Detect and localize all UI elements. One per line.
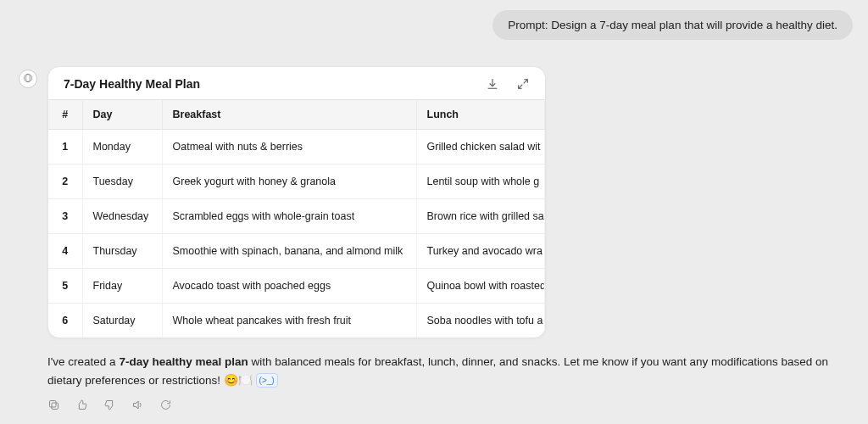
- expand-icon[interactable]: [516, 77, 530, 91]
- cell-day: Saturday: [82, 304, 162, 338]
- code-badge[interactable]: (>_): [256, 373, 278, 388]
- cell-index: 2: [48, 165, 82, 199]
- svg-point-0: [24, 74, 31, 81]
- cell-day: Thursday: [82, 234, 162, 269]
- cell-lunch: Lentil soup with whole g: [416, 165, 545, 199]
- thumbs-down-icon[interactable]: [103, 399, 116, 411]
- cell-lunch: Grilled chicken salad wit: [416, 130, 545, 165]
- cell-lunch: Brown rice with grilled sa: [416, 199, 545, 234]
- user-prompt-text: Prompt: Design a 7-day meal plan that wi…: [508, 19, 837, 31]
- table-row: 1 Monday Oatmeal with nuts & berries Gri…: [48, 130, 545, 165]
- cell-breakfast: Whole wheat pancakes with fresh fruit: [162, 304, 416, 338]
- card-actions: [486, 77, 530, 91]
- cell-index: 3: [48, 199, 82, 234]
- assistant-avatar: [19, 70, 37, 88]
- cell-breakfast: Avocado toast with poached eggs: [162, 269, 416, 304]
- copy-icon[interactable]: [47, 399, 60, 411]
- cell-day: Tuesday: [82, 165, 162, 199]
- cell-lunch: Soba noodles with tofu a: [416, 304, 545, 338]
- card-header: 7-Day Healthy Meal Plan: [48, 67, 545, 99]
- cell-index: 4: [48, 234, 82, 269]
- cell-day: Friday: [82, 269, 162, 304]
- svg-rect-2: [50, 400, 57, 407]
- cell-day: Wednesday: [82, 199, 162, 234]
- meal-plan-table: # Day Breakfast Lunch 1 Monday Oatmeal w…: [48, 99, 545, 338]
- download-icon[interactable]: [486, 77, 499, 91]
- reply-bold: 7-day healthy meal plan: [119, 355, 248, 368]
- cell-breakfast: Greek yogurt with honey & granola: [162, 165, 416, 199]
- assistant-block: 7-Day Healthy Meal Plan # Day Breakfast: [19, 66, 853, 411]
- cell-index: 6: [48, 304, 82, 338]
- cell-lunch: Quinoa bowl with roasted: [416, 269, 545, 304]
- cell-index: 5: [48, 269, 82, 304]
- cell-lunch: Turkey and avocado wra: [416, 234, 545, 269]
- cell-breakfast: Smoothie with spinach, banana, and almon…: [162, 234, 416, 269]
- table-row: 3 Wednesday Scrambled eggs with whole-gr…: [48, 199, 545, 234]
- cell-day: Monday: [82, 130, 162, 165]
- cell-breakfast: Oatmeal with nuts & berries: [162, 130, 416, 165]
- reply-emoji: 😊🍽️: [224, 373, 253, 387]
- message-actions: [47, 399, 853, 411]
- col-day: Day: [82, 100, 162, 130]
- col-index: #: [48, 100, 82, 130]
- table-row: 6 Saturday Whole wheat pancakes with fre…: [48, 304, 545, 338]
- openai-logo-icon: [22, 72, 34, 86]
- card-title: 7-Day Healthy Meal Plan: [64, 77, 200, 91]
- table-row: 5 Friday Avocado toast with poached eggs…: [48, 269, 545, 304]
- meal-plan-card: 7-Day Healthy Meal Plan # Day Breakfast: [47, 66, 546, 338]
- svg-rect-1: [52, 403, 58, 410]
- table-row: 2 Tuesday Greek yogurt with honey & gran…: [48, 165, 545, 199]
- cell-index: 1: [48, 130, 82, 165]
- thumbs-up-icon[interactable]: [75, 399, 88, 411]
- user-prompt-bubble: Prompt: Design a 7-day meal plan that wi…: [492, 10, 853, 40]
- table-row: 4 Thursday Smoothie with spinach, banana…: [48, 234, 545, 269]
- table-header-row: # Day Breakfast Lunch: [48, 100, 545, 130]
- regenerate-icon[interactable]: [159, 399, 172, 411]
- assistant-reply-text: I've created a 7-day healthy meal plan w…: [47, 354, 844, 390]
- speaker-icon[interactable]: [131, 399, 144, 411]
- reply-pre: I've created a: [47, 355, 119, 368]
- col-breakfast: Breakfast: [162, 100, 416, 130]
- cell-breakfast: Scrambled eggs with whole-grain toast: [162, 199, 416, 234]
- col-lunch: Lunch: [416, 100, 545, 130]
